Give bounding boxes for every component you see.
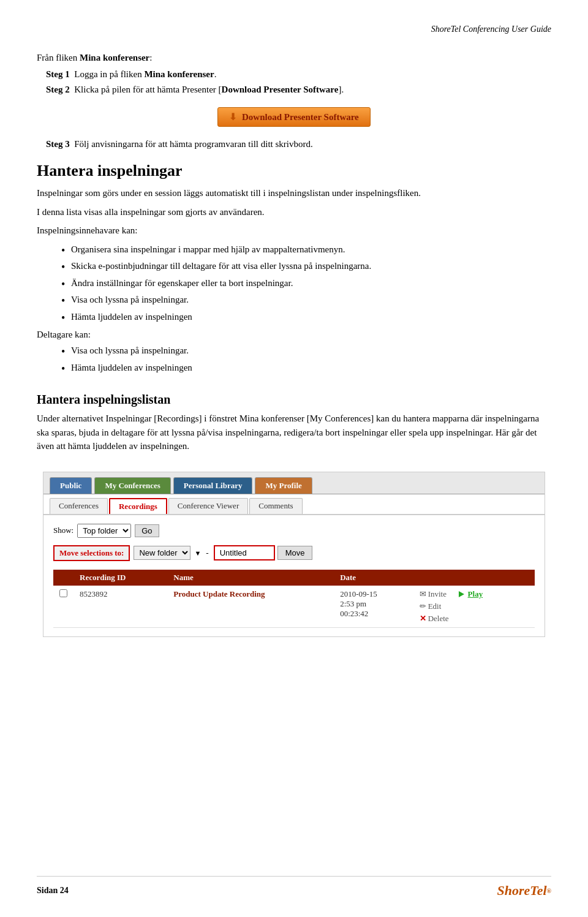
move-folder-select[interactable]: New folder: [134, 546, 190, 560]
intro-from-tab: Från fliken Mina konferenser:: [37, 53, 551, 63]
header-title: ShoreTel Conferencing User Guide: [431, 25, 551, 34]
record-time: 2:53 pm: [340, 599, 407, 609]
delete-link[interactable]: ✕ Delete: [420, 614, 449, 624]
step1: Steg 1 Logga in på fliken Mina konferens…: [37, 69, 551, 80]
show-select[interactable]: Top folder: [77, 524, 131, 538]
page-header: ShoreTel Conferencing User Guide: [37, 25, 551, 34]
logo-trademark-icon: ®: [547, 888, 551, 894]
folder-dropdown-arrow-icon[interactable]: ▼: [194, 549, 201, 557]
checkbox-header: [53, 570, 74, 586]
owner-bullet-3: Ändra inställningar för egenskaper eller…: [61, 276, 551, 290]
section2-para: Under alternativet Inspelningar [Recordi…: [37, 412, 551, 453]
owner-bullet-5: Hämta ljuddelen av inspelningen: [61, 310, 551, 324]
tab-personal-library[interactable]: Personal Library: [173, 477, 253, 494]
table-header: Recording ID Name Date: [53, 570, 535, 586]
col-date: Date: [334, 570, 413, 586]
table-row: 8523892 Product Update Recording 2010-09…: [53, 586, 535, 628]
subtab-recordings[interactable]: Recordings: [109, 498, 167, 514]
deltagare-bullet-2: Hämta ljuddelen av inspelningen: [61, 361, 551, 375]
step2-label: Steg 2: [46, 85, 70, 94]
screenshot-container: Public My Conferences Personal Library M…: [43, 472, 545, 637]
new-folder-area: Move: [214, 545, 313, 560]
col-actions: [413, 570, 535, 586]
subtab-conferences[interactable]: Conferences: [50, 498, 108, 514]
step3-label: Steg 3: [46, 139, 70, 149]
recordings-table: Recording ID Name Date 8523892 Product U…: [53, 570, 535, 628]
record-date: 2010-09-15: [340, 589, 407, 599]
owner-bullet-2: Skicka e-postinbjudningar till deltagare…: [61, 259, 551, 273]
section2-title: Hantera inspelningslistan: [37, 393, 551, 407]
nav-tabs: Public My Conferences Personal Library M…: [43, 472, 545, 494]
download-btn[interactable]: ⬇ Download Presenter Software: [217, 107, 371, 127]
logo-text: ShoreTel: [497, 883, 546, 899]
download-btn-container: ⬇ Download Presenter Software: [37, 107, 551, 127]
sub-tabs: Conferences Recordings Conference Viewer…: [43, 494, 545, 515]
deltagare-label: Deltagare kan:: [37, 330, 551, 340]
folder-name-input[interactable]: [214, 545, 275, 560]
subtab-comments[interactable]: Comments: [249, 498, 302, 514]
section1-para1: Inspelningar som görs under en session l…: [37, 186, 551, 200]
section1-para2: I denna lista visas alla inspelningar so…: [37, 205, 551, 219]
row-checkbox[interactable]: [59, 589, 67, 597]
record-name[interactable]: Product Update Recording: [173, 589, 265, 598]
section1-title: Hantera inspelningar: [37, 162, 551, 180]
mail-icon: ✉: [420, 589, 426, 599]
shoretel-logo: ShoreTel®: [497, 883, 551, 899]
page-footer: Sidan 24 ShoreTel®: [37, 876, 551, 899]
invite-link[interactable]: ✉ Invite: [420, 589, 449, 599]
deltagare-bullets: Visa och lyssna på inspelningar. Hämta l…: [61, 344, 551, 374]
subtab-conference-viewer[interactable]: Conference Viewer: [168, 498, 248, 514]
download-arrow-icon: ⬇: [229, 112, 237, 122]
step1-label: Steg 1: [46, 69, 70, 79]
section1-para3: Inspelningsinnehavare kan:: [37, 224, 551, 238]
edit-link[interactable]: ✏ Edit: [420, 602, 449, 611]
col-recording-id: Recording ID: [74, 570, 167, 586]
owner-bullet-4: Visa och lyssna på inspelningar.: [61, 293, 551, 307]
step2: Steg 2 Klicka på pilen för att hämta Pre…: [37, 85, 551, 95]
tab-my-profile[interactable]: My Profile: [255, 477, 312, 494]
record-duration: 00:23:42: [340, 609, 407, 619]
show-row: Show: Top folder Go: [53, 524, 535, 538]
move-button[interactable]: Move: [277, 546, 313, 560]
edit-icon: ✏: [420, 602, 426, 611]
delete-icon: ✕: [420, 614, 426, 624]
go-button[interactable]: Go: [135, 524, 159, 537]
deltagare-bullet-1: Visa och lyssna på inspelningar.: [61, 344, 551, 358]
col-name: Name: [167, 570, 334, 586]
table-body: 8523892 Product Update Recording 2010-09…: [53, 586, 535, 628]
tab-my-conferences[interactable]: My Conferences: [94, 477, 170, 494]
page-number: Sidan 24: [37, 886, 69, 896]
record-id: 8523892: [74, 586, 167, 628]
owner-bullet-1: Organisera sina inspelningar i mappar me…: [61, 243, 551, 257]
screenshot-content: Show: Top folder Go Move selections to: …: [43, 515, 545, 636]
step3: Steg 3 Följ anvisningarna för att hämta …: [37, 139, 551, 149]
show-label: Show:: [53, 526, 74, 535]
owner-bullets: Organisera sina inspelningar i mappar me…: [61, 243, 551, 324]
move-selections-label: Move selections to:: [53, 545, 130, 561]
move-row: Move selections to: New folder ▼ - Move: [53, 545, 535, 561]
row-checkbox-cell: [53, 586, 74, 628]
play-icon: [459, 591, 464, 597]
play-link[interactable]: Play: [459, 589, 483, 599]
record-actions: ✉ Invite ✏ Edit ✕ Delete: [420, 589, 529, 624]
tab-public[interactable]: Public: [50, 477, 92, 494]
